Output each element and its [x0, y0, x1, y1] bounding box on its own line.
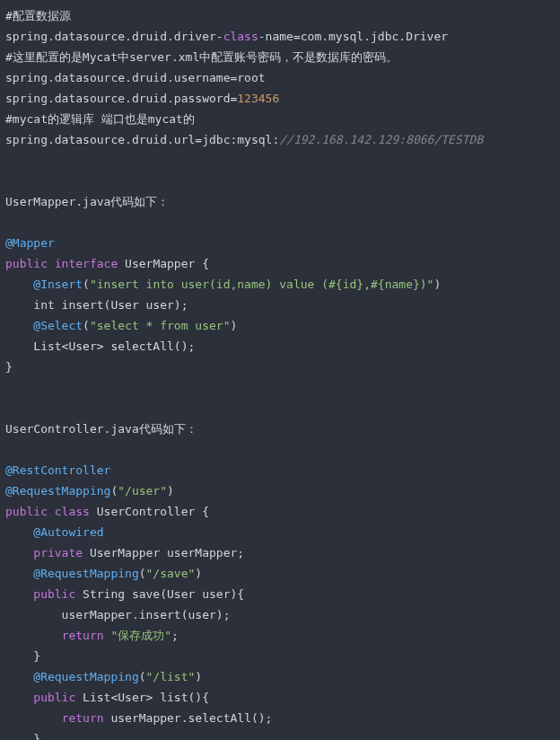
code-token: spring.datasource.druid.username=root [5, 71, 266, 84]
code-token: @RequestMapping [33, 670, 138, 683]
code-token: } [5, 732, 40, 740]
code-token: ( [83, 319, 90, 332]
code-token [5, 629, 62, 642]
code-token: ) [195, 567, 202, 580]
code-token: spring.datasource.druid.url=jdbc:mysql: [5, 133, 279, 146]
code-token: return [62, 711, 104, 725]
code-token [5, 691, 33, 704]
code-token: spring.datasource.druid.password= [5, 92, 237, 105]
code-token: UserMapper userMapper; [83, 546, 244, 559]
code-token: UserMapper { [118, 257, 209, 270]
code-token: @Autowired [33, 525, 103, 539]
code-token: @RequestMapping [5, 484, 110, 498]
code-token: ) [433, 278, 441, 291]
code-token [5, 670, 33, 683]
code-token: ( [139, 670, 146, 683]
code-token: #这里配置的是Mycat中server.xml中配置账号密码，不是数据库的密码。 [5, 50, 398, 64]
code-token: UserController.java代码如下： [5, 422, 197, 436]
code-token: ( [83, 278, 90, 291]
code-token: UserController { [90, 505, 209, 518]
code-token: public [33, 691, 75, 704]
code-token: #mycat的逻辑库 端口也是mycat的 [5, 112, 195, 126]
code-token: "insert into user(id,name) value (#{id},… [90, 278, 434, 291]
code-token: @RequestMapping [33, 567, 138, 580]
code-token [5, 711, 62, 725]
code-token: "select * from user" [90, 319, 231, 332]
code-token: "保存成功" [110, 629, 171, 642]
code-token: @RestController [5, 463, 110, 477]
code-token: @Select [33, 319, 83, 332]
code-token: "/save" [146, 567, 196, 580]
code-token: public [5, 505, 48, 518]
code-token [5, 525, 33, 539]
code-token: userMapper.insert(user); [5, 608, 230, 621]
code-token: "/list" [146, 670, 196, 683]
code-token: int insert(User user); [5, 298, 188, 312]
code-token: interface [55, 257, 118, 270]
code-token: List<User> list(){ [75, 691, 209, 704]
code-token: class [55, 505, 90, 518]
code-token [5, 567, 33, 580]
code-token: "/user" [118, 484, 167, 498]
code-token [48, 257, 55, 270]
code-token [5, 319, 33, 332]
code-token: userMapper.selectAll(); [104, 711, 273, 725]
code-token [5, 587, 33, 601]
code-token: ) [167, 484, 174, 498]
code-token: private [33, 546, 83, 559]
code-token: 123456 [237, 92, 279, 105]
code-token: @Insert [33, 278, 83, 291]
code-token: } [5, 649, 40, 663]
code-token [5, 278, 33, 291]
code-token: class [223, 30, 258, 43]
code-token: ; [171, 629, 179, 642]
code-token: return [62, 629, 104, 642]
code-token: ) [195, 670, 202, 683]
code-token [5, 546, 33, 559]
code-token: public [33, 587, 75, 601]
code-token: spring.datasource.druid.driver- [5, 30, 223, 43]
code-token [48, 505, 55, 518]
code-token: //192.168.142.129:8066/TESTDB [279, 133, 483, 146]
code-token: String save(User user){ [75, 587, 244, 601]
code-token: -name=com.mysql.jdbc.Driver [258, 30, 448, 43]
code-token: public [5, 257, 48, 270]
code-token: #配置数据源 [5, 9, 71, 22]
code-token: ( [139, 567, 146, 580]
code-token: UserMapper.java代码如下： [5, 195, 169, 208]
code-token: @Mapper [5, 236, 55, 250]
code-token: ) [230, 319, 237, 332]
code-block: #配置数据源 spring.datasource.druid.driver-cl… [5, 5, 555, 740]
code-token: List<User> selectAll(); [5, 339, 195, 353]
code-token: } [5, 360, 13, 374]
